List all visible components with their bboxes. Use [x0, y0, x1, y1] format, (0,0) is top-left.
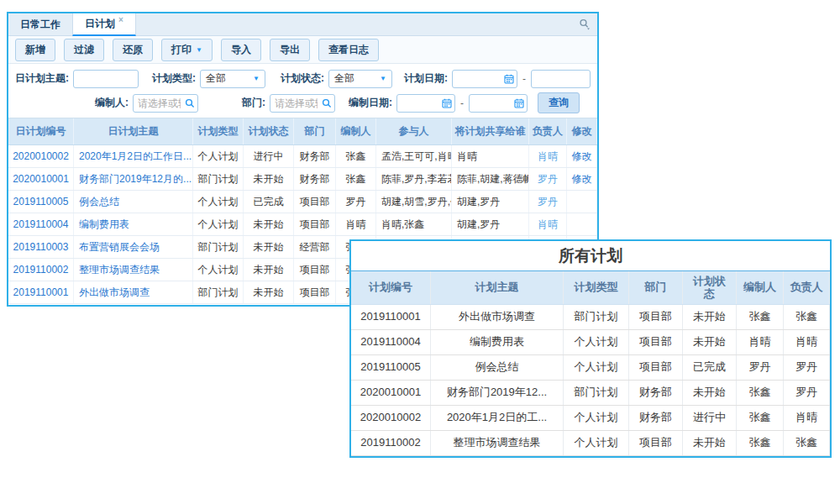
- daily-plan-grid-header-row: 日计划编号日计划主题计划类型计划状态部门编制人参与人将计划共享给谁负责人修改: [8, 118, 597, 145]
- cell-plan-subject: 2020年1月2日的工...: [431, 406, 564, 430]
- column-header-dept[interactable]: 部门: [294, 118, 336, 144]
- filter-button[interactable]: 过滤: [64, 39, 104, 61]
- subject-input[interactable]: [73, 70, 139, 88]
- cell-plan-type: 个人计划: [193, 191, 244, 213]
- cell-plan-subject[interactable]: 2020年1月2日的工作日...: [74, 145, 193, 167]
- cell-plan-id[interactable]: 2019110004: [8, 213, 74, 235]
- view-log-button[interactable]: 查看日志: [318, 39, 379, 61]
- cell-owner[interactable]: 肖晴: [529, 213, 567, 235]
- cell-plan-subject[interactable]: 整理市场调查结果: [74, 259, 193, 281]
- cell-dept: 财务部: [294, 145, 336, 167]
- table-row: 20200100022020年1月2日的工...个人计划财务部进行中张鑫肖晴: [351, 406, 830, 431]
- tab-label: 日计划: [85, 17, 115, 31]
- column-header-share-with[interactable]: 将计划共享给谁: [452, 118, 529, 144]
- export-button[interactable]: 导出: [270, 39, 310, 61]
- table-row: 2019110002整理市场调查结果个人计划项目部未开始张鑫张鑫: [351, 431, 830, 456]
- search-tabs-icon[interactable]: [579, 18, 591, 30]
- author-picker[interactable]: [133, 94, 198, 113]
- cell-edit[interactable]: 修改: [567, 145, 597, 167]
- search-button[interactable]: 查询: [538, 92, 580, 113]
- plan-type-select[interactable]: 全部 ▼: [200, 70, 265, 88]
- table-row: 2019110004编制费用表个人计划项目部未开始肖晴肖晴: [351, 330, 830, 355]
- cell-plan-id[interactable]: 2019110005: [8, 191, 74, 213]
- cell-edit[interactable]: 修改: [567, 168, 597, 190]
- cell-plan-type: 个人计划: [193, 213, 244, 235]
- cell-participants: 胡建,胡雪,罗丹,任晓...: [376, 191, 452, 213]
- cell-author: 张鑫: [737, 305, 784, 329]
- cell-plan-subject[interactable]: 布置营销展会会场: [74, 236, 193, 258]
- cell-plan-id[interactable]: 2019110002: [8, 259, 74, 281]
- tab-bar: 日常工作 日计划 ×: [8, 13, 597, 36]
- cell-owner[interactable]: 肖晴: [529, 145, 567, 167]
- cell-plan-id[interactable]: 2019110001: [8, 281, 74, 303]
- column-header-dept: 部门: [629, 271, 683, 304]
- cell-plan-subject[interactable]: 例会总结: [74, 191, 193, 213]
- cell-plan-id[interactable]: 2020010002: [8, 145, 74, 167]
- cell-plan-id: 2020010002: [351, 406, 431, 430]
- cell-author: 张鑫: [737, 406, 784, 430]
- created-date-start[interactable]: [396, 94, 455, 113]
- cell-owner: 罗丹: [784, 355, 830, 380]
- cell-plan-status: 未开始: [244, 281, 294, 303]
- cell-owner: 罗丹: [784, 381, 830, 405]
- cell-author: 张鑫: [336, 168, 376, 190]
- cell-dept: 财务部: [629, 381, 683, 405]
- filter-panel: 日计划主题: 计划类型: 全部 ▼ 计划状态: 全部 ▼ 计划日期: -: [8, 64, 597, 118]
- search-icon[interactable]: [322, 98, 332, 108]
- cell-plan-type: 部门计划: [564, 381, 629, 405]
- all-plans-panel: 所有计划 计划编号计划主题计划类型部门计划状态编制人负责人2019110001外…: [349, 239, 832, 458]
- cell-plan-type: 个人计划: [564, 431, 629, 455]
- cell-plan-subject[interactable]: 编制费用表: [74, 213, 193, 235]
- calendar-icon[interactable]: [514, 98, 524, 108]
- dept-picker[interactable]: [270, 94, 335, 113]
- column-header-author[interactable]: 编制人: [336, 118, 376, 144]
- table-row[interactable]: 2019110004编制费用表个人计划未开始项目部肖晴肖晴,张鑫胡建,罗丹肖晴: [8, 213, 597, 236]
- column-header-plan-type: 计划类型: [564, 271, 629, 304]
- column-header-owner[interactable]: 负责人: [529, 118, 567, 144]
- column-header-plan-type[interactable]: 计划类型: [193, 118, 244, 144]
- cell-plan-id[interactable]: 2019110003: [8, 236, 74, 258]
- search-icon[interactable]: [185, 98, 195, 108]
- cell-plan-id[interactable]: 2020010001: [8, 168, 74, 190]
- cell-owner[interactable]: 罗丹: [529, 191, 567, 213]
- column-header-plan-id: 计划编号: [351, 271, 431, 304]
- plan-date-start[interactable]: [452, 70, 517, 88]
- table-row[interactable]: 20200100022020年1月2日的工作日...个人计划进行中财务部张鑫孟浩…: [8, 145, 597, 168]
- tab-daily-work[interactable]: 日常工作: [8, 13, 72, 35]
- print-button[interactable]: 打印▼: [161, 39, 213, 61]
- plan-status-select[interactable]: 全部 ▼: [328, 70, 392, 88]
- column-header-plan-id[interactable]: 日计划编号: [8, 118, 74, 144]
- dept-label: 部门:: [242, 96, 265, 110]
- created-date-end[interactable]: [469, 94, 528, 113]
- table-row[interactable]: 2020010001财务部门2019年12月的...部门计划未开始财务部张鑫陈菲…: [8, 168, 597, 191]
- cell-plan-id: 2019110001: [351, 305, 431, 329]
- cell-plan-type: 部门计划: [564, 305, 629, 329]
- all-plans-table: 计划编号计划主题计划类型部门计划状态编制人负责人2019110001外出做市场调…: [351, 271, 830, 456]
- import-button[interactable]: 导入: [221, 39, 261, 61]
- cell-owner: 张鑫: [784, 431, 830, 455]
- cell-owner[interactable]: 罗丹: [529, 168, 567, 190]
- column-header-plan-subject[interactable]: 日计划主题: [74, 118, 193, 144]
- plan-date-end-input[interactable]: [531, 70, 591, 88]
- calendar-icon[interactable]: [504, 74, 514, 84]
- column-header-participants[interactable]: 参与人: [376, 118, 452, 144]
- cell-plan-status: 进行中: [244, 145, 294, 167]
- tab-daily-plan[interactable]: 日计划 ×: [72, 13, 136, 36]
- cell-dept: 项目部: [629, 431, 683, 455]
- table-row[interactable]: 2019110005例会总结个人计划已完成项目部罗丹胡建,胡雪,罗丹,任晓...…: [8, 191, 597, 213]
- author-label: 编制人:: [95, 96, 129, 110]
- cell-plan-subject[interactable]: 外出做市场调查: [74, 281, 193, 303]
- cell-author: 张鑫: [737, 381, 784, 405]
- cell-author: 肖晴: [737, 330, 784, 354]
- column-header-edit[interactable]: 修改: [567, 118, 597, 144]
- close-tab-icon[interactable]: ×: [118, 15, 123, 24]
- column-header-plan-status[interactable]: 计划状态: [244, 118, 294, 144]
- add-button[interactable]: 新增: [15, 39, 55, 61]
- calendar-icon[interactable]: [442, 98, 452, 108]
- restore-button[interactable]: 还原: [113, 39, 153, 61]
- cell-plan-subject: 例会总结: [431, 355, 564, 380]
- cell-dept: 项目部: [294, 281, 336, 303]
- cell-plan-subject[interactable]: 财务部门2019年12月的...: [74, 168, 193, 190]
- cell-author: 罗丹: [336, 191, 376, 213]
- table-row: 2020010001财务部门2019年12...部门计划财务部未开始张鑫罗丹: [351, 381, 830, 406]
